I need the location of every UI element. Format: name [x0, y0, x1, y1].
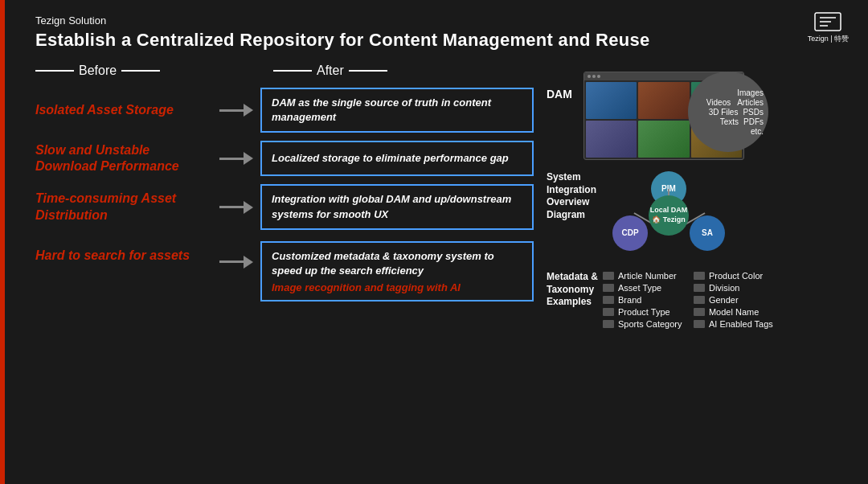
columns-row: Before After Isolated Asset Storage — [35, 64, 849, 329]
arrow-2 — [212, 152, 260, 165]
after-label: After — [317, 64, 344, 78]
arrow-line-1 — [219, 109, 244, 112]
tag-psds: PSDs — [743, 108, 764, 117]
tag-articles: Articles — [737, 98, 764, 107]
after-text-3: Integration with global DAM and up/downs… — [272, 192, 522, 221]
before-header: Before — [35, 64, 244, 78]
tag-images: Images — [737, 88, 764, 97]
dam-visual: Images Videos Articles 3D Files PSDs Tex… — [583, 64, 776, 160]
meta-item-product-color: Product Color — [694, 271, 773, 281]
browser-dot-1 — [588, 75, 591, 78]
arrow-head-2 — [244, 152, 253, 165]
after-box-3: Integration with global DAM and up/downs… — [260, 184, 534, 229]
arrow-shape-3 — [219, 201, 253, 214]
main-content: Tezign | 特赞 Tezign Solution Establish a … — [16, 0, 868, 484]
meta-icon-division — [694, 284, 705, 292]
meta-item-article-number: Article Number — [603, 271, 682, 281]
meta-icon-sports-category — [603, 320, 614, 328]
diagram-area: PIM Local DAM🏠 Tezign CDP SA — [604, 171, 733, 260]
meta-icon-gender — [694, 296, 705, 304]
metadata-grid: Article Number Product Color Asset Type … — [603, 271, 773, 329]
logo-text: Tezign | 特赞 — [808, 34, 849, 44]
meta-text-brand: Brand — [618, 295, 641, 305]
solution-label: Tezign Solution — [35, 14, 849, 27]
metadata-label: Metadata & Taxonomy Examples — [547, 271, 598, 309]
system-integration-label: System Integration Overview Diagram — [547, 171, 596, 221]
browser-img-1 — [586, 82, 637, 119]
meta-icon-ai-enabled — [694, 320, 705, 328]
meta-text-product-color: Product Color — [709, 271, 763, 281]
meta-icon-product-color — [694, 272, 705, 280]
diagram-cdp: CDP — [612, 215, 648, 251]
meta-text-article-number: Article Number — [618, 271, 677, 281]
arrow-shape-4 — [219, 256, 253, 269]
section-headers: Before After — [35, 64, 534, 78]
before-item-4: Hard to search for assets — [35, 241, 212, 265]
tag-3dfiles: 3D Files — [709, 108, 739, 117]
arrow-shape-2 — [219, 152, 253, 165]
after-box-4: Customized metadata & taxonomy system to… — [260, 241, 534, 301]
meta-icon-model-name — [694, 308, 705, 316]
row-3: Time-consuming Asset Distribution Integr… — [35, 184, 534, 229]
before-line-right — [121, 70, 160, 72]
before-after-col: Before After Isolated Asset Storage — [35, 64, 534, 329]
arrow-4 — [212, 241, 260, 269]
arrow-head-1 — [244, 104, 253, 117]
meta-icon-article — [603, 272, 614, 280]
arrow-head-4 — [244, 256, 253, 269]
rows-container: Isolated Asset Storage DAM as the single… — [35, 88, 534, 301]
meta-text-sports-category: Sports Category — [618, 319, 682, 329]
meta-item-gender: Gender — [694, 295, 773, 305]
before-label: Before — [79, 64, 117, 78]
meta-icon-brand — [603, 296, 614, 304]
browser-dot-2 — [592, 75, 596, 78]
diagram-local-dam: Local DAM🏠 Tezign — [649, 195, 689, 236]
before-item-3: Time-consuming Asset Distribution — [35, 191, 212, 224]
before-item-1: Isolated Asset Storage — [35, 102, 212, 119]
after-text-4-main: Customized metadata & taxonomy system to… — [272, 249, 522, 278]
meta-text-division: Division — [709, 283, 740, 293]
before-item-2: Slow and Unstable Download Performance — [35, 142, 212, 176]
meta-text-ai-enabled: AI Enabled Tags — [709, 319, 773, 329]
meta-item-division: Division — [694, 283, 773, 293]
metadata-section: Metadata & Taxonomy Examples Article Num… — [547, 271, 849, 329]
tag-pdfs: PDFs — [743, 117, 764, 126]
arrow-shape-1 — [219, 104, 253, 117]
right-col: DAM — [534, 64, 849, 329]
tag-cloud: Images Videos Articles 3D Files PSDs Tex… — [680, 64, 776, 160]
after-text-1: DAM as the single source of truth in con… — [272, 96, 522, 125]
system-integration-section: System Integration Overview Diagram PIM … — [547, 171, 849, 260]
arrow-head-3 — [244, 201, 253, 214]
before-line-left — [35, 70, 74, 72]
meta-icon-product-type — [603, 308, 614, 316]
after-box-2: Localized storage to eliminate performan… — [260, 141, 534, 176]
meta-text-asset-type: Asset Type — [618, 283, 661, 293]
meta-item-product-type: Product Type — [603, 307, 682, 317]
after-header: After — [273, 64, 387, 78]
after-line-right — [349, 70, 387, 72]
meta-text-product-type: Product Type — [618, 307, 670, 317]
dam-section: DAM — [547, 64, 849, 160]
meta-text-model-name: Model Name — [709, 307, 759, 317]
dam-label: DAM — [547, 64, 575, 100]
meta-item-asset-type: Asset Type — [603, 283, 682, 293]
row-2: Slow and Unstable Download Performance L… — [35, 141, 534, 176]
diagram-sa: SA — [690, 215, 725, 251]
meta-item-brand: Brand — [603, 295, 682, 305]
arrow-1 — [212, 104, 260, 117]
meta-text-gender: Gender — [709, 295, 739, 305]
logo-area: Tezign | 特赞 — [808, 11, 849, 44]
row-4: Hard to search for assets Customized met… — [35, 241, 534, 301]
arrow-3 — [212, 201, 260, 214]
meta-item-ai-enabled: AI Enabled Tags — [694, 319, 773, 329]
accent-bar — [0, 0, 5, 484]
browser-img-4 — [586, 121, 637, 158]
arrow-line-4 — [219, 260, 244, 263]
after-text-2: Localized storage to eliminate performan… — [272, 151, 509, 166]
tag-texts: Texts — [720, 117, 739, 126]
meta-icon-asset-type — [603, 284, 614, 292]
after-box-1: DAM as the single source of truth in con… — [260, 88, 534, 133]
browser-dot-3 — [597, 75, 600, 78]
meta-item-model-name: Model Name — [694, 307, 773, 317]
tag-etc: etc. — [751, 127, 764, 136]
